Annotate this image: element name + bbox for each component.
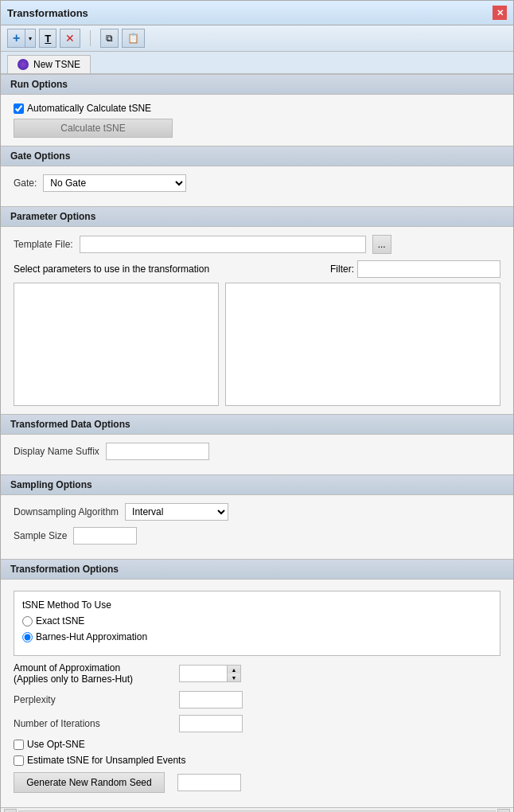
select-params-label: Select parameters to use in the transfor… — [14, 264, 209, 275]
perplexity-row: Perplexity 30 — [14, 691, 500, 709]
seed-row: Generate New Random Seed 6 — [14, 772, 500, 793]
sample-size-row: Sample Size 3000 — [14, 527, 500, 545]
downsampling-label: Downsampling Algorithm — [14, 506, 119, 517]
spinbox-up-button[interactable]: ▲ — [228, 666, 240, 673]
perplexity-label: Perplexity — [14, 694, 173, 705]
close-button[interactable]: ✕ — [493, 6, 507, 20]
display-name-label: Display Name Suffix — [14, 446, 99, 457]
exact-tsne-radio[interactable] — [22, 616, 33, 627]
tsne-method-box: tSNE Method To Use Exact tSNE Barnes-Hut… — [14, 591, 500, 656]
calculate-tsne-button[interactable]: Calculate tSNE — [14, 119, 173, 138]
delete-icon: ✕ — [65, 32, 75, 45]
run-options-content: Automatically Calculate tSNE Calculate t… — [1, 95, 513, 146]
estimate-row: Estimate tSNE for Unsampled Events — [14, 755, 500, 766]
listboxes-row — [14, 283, 500, 406]
sample-size-label: Sample Size — [14, 530, 67, 541]
gate-label: Gate: — [14, 178, 37, 189]
sampling-options-header: Sampling Options — [1, 474, 513, 495]
exact-tsne-label: Exact tSNE — [36, 615, 84, 627]
template-file-row: Template File: No Data File ... — [14, 235, 500, 254]
options-grid: Amount of Approximation (Applies only to… — [14, 662, 500, 793]
spinbox-buttons: ▲ ▼ — [227, 665, 241, 682]
tab-label: New TSNE — [33, 59, 80, 70]
tab-bar: New TSNE — [1, 52, 513, 74]
add-button[interactable]: + ▾ — [7, 29, 36, 48]
barnes-hut-label: Barnes-Hut Approximation — [36, 631, 147, 642]
estimate-checkbox[interactable] — [14, 755, 24, 766]
rename-icon: T — [45, 33, 51, 45]
barnes-hut-row: Barnes-Hut Approximation — [22, 631, 492, 642]
downsampling-select[interactable]: Interval Random None — [125, 503, 228, 521]
gate-row: Gate: No Gate Gate 1 Gate 2 — [14, 174, 500, 192]
gate-options-content: Gate: No Gate Gate 1 Gate 2 — [1, 166, 513, 206]
template-file-label: Template File: — [14, 239, 73, 250]
transformed-data-header: Transformed Data Options — [1, 414, 513, 435]
display-name-input[interactable]: tSNE mapped — [106, 443, 209, 460]
add-button-main[interactable]: + — [8, 29, 25, 47]
transformation-options-content: tSNE Method To Use Exact tSNE Barnes-Hut… — [1, 580, 513, 807]
opt-sne-checkbox[interactable] — [14, 740, 24, 750]
auto-calculate-row: Automatically Calculate tSNE — [14, 103, 500, 114]
params-right-listbox[interactable] — [225, 283, 500, 406]
generate-seed-button[interactable]: Generate New Random Seed — [14, 772, 165, 793]
scroll-right-button[interactable]: ▶ — [497, 809, 510, 813]
sampling-options-content: Downsampling Algorithm Interval Random N… — [1, 495, 513, 559]
add-icon: + — [13, 31, 20, 45]
downsampling-row: Downsampling Algorithm Interval Random N… — [14, 503, 500, 521]
run-options-header: Run Options — [1, 74, 513, 95]
add-button-arrow[interactable]: ▾ — [25, 29, 35, 47]
tab-icon — [18, 59, 29, 70]
transformed-data-content: Display Name Suffix tSNE mapped — [1, 435, 513, 474]
approximation-input[interactable]: 0.50 — [179, 665, 227, 682]
parameter-options-header: Parameter Options — [1, 206, 513, 227]
approximation-row: Amount of Approximation (Applies only to… — [14, 662, 500, 685]
estimate-label: Estimate tSNE for Unsampled Events — [27, 755, 185, 766]
browse-button[interactable]: ... — [372, 235, 391, 254]
sample-size-input[interactable]: 3000 — [73, 527, 137, 545]
auto-calculate-label: Automatically Calculate tSNE — [27, 103, 151, 114]
toolbar-separator — [90, 30, 91, 46]
filter-label: Filter: — [330, 264, 354, 275]
gate-select[interactable]: No Gate Gate 1 Gate 2 — [43, 174, 186, 192]
delete-button[interactable]: ✕ — [60, 29, 80, 48]
display-name-row: Display Name Suffix tSNE mapped — [14, 443, 500, 460]
paste-button[interactable]: 📋 — [122, 29, 145, 48]
parameter-options-content: Template File: No Data File ... Select p… — [1, 227, 513, 414]
perplexity-input[interactable]: 30 — [179, 691, 243, 709]
tsne-method-label-row: tSNE Method To Use — [22, 599, 492, 611]
template-file-input[interactable]: No Data File — [80, 236, 366, 253]
transformations-window: Transformations ✕ + ▾ T ✕ ⧉ 📋 New TSNE — [0, 0, 514, 812]
approximation-label: Amount of Approximation (Applies only to… — [14, 662, 173, 685]
title-bar: Transformations ✕ — [1, 1, 513, 25]
exact-tsne-row: Exact tSNE — [22, 615, 492, 627]
opt-sne-label: Use Opt-SNE — [27, 739, 85, 750]
spinbox-down-button[interactable]: ▼ — [228, 673, 240, 681]
filter-input[interactable] — [357, 260, 500, 278]
opt-sne-row: Use Opt-SNE — [14, 739, 500, 750]
horizontal-scrollbar: ◀ ▶ — [1, 807, 513, 812]
copy-button[interactable]: ⧉ — [100, 29, 119, 48]
window-title: Transformations — [7, 7, 88, 19]
tsne-tab[interactable]: New TSNE — [7, 55, 91, 73]
iterations-input[interactable]: 500 — [179, 715, 243, 732]
rename-button[interactable]: T — [39, 29, 56, 48]
auto-calculate-checkbox[interactable] — [14, 103, 24, 114]
params-header-row: Select parameters to use in the transfor… — [14, 260, 500, 278]
approximation-spinbox: 0.50 ▲ ▼ — [179, 665, 241, 682]
tsne-method-label: tSNE Method To Use — [22, 599, 111, 611]
transformation-options-header: Transformation Options — [1, 559, 513, 580]
approximation-text-2: (Applies only to Barnes-Hut) — [14, 673, 133, 685]
seed-input[interactable]: 6 — [177, 774, 241, 791]
approximation-text-1: Amount of Approximation — [14, 662, 120, 673]
gate-options-header: Gate Options — [1, 146, 513, 166]
iterations-label: Number of Iterations — [14, 718, 173, 729]
content-area: Run Options Automatically Calculate tSNE… — [1, 74, 513, 807]
filter-row: Filter: — [330, 260, 500, 278]
params-left-listbox[interactable] — [14, 283, 219, 406]
iterations-row: Number of Iterations 500 — [14, 715, 500, 732]
copy-icon: ⧉ — [106, 33, 113, 44]
barnes-hut-radio[interactable] — [22, 632, 33, 642]
paste-icon: 📋 — [127, 33, 139, 44]
toolbar: + ▾ T ✕ ⧉ 📋 — [1, 25, 513, 52]
scroll-left-button[interactable]: ◀ — [4, 809, 17, 813]
